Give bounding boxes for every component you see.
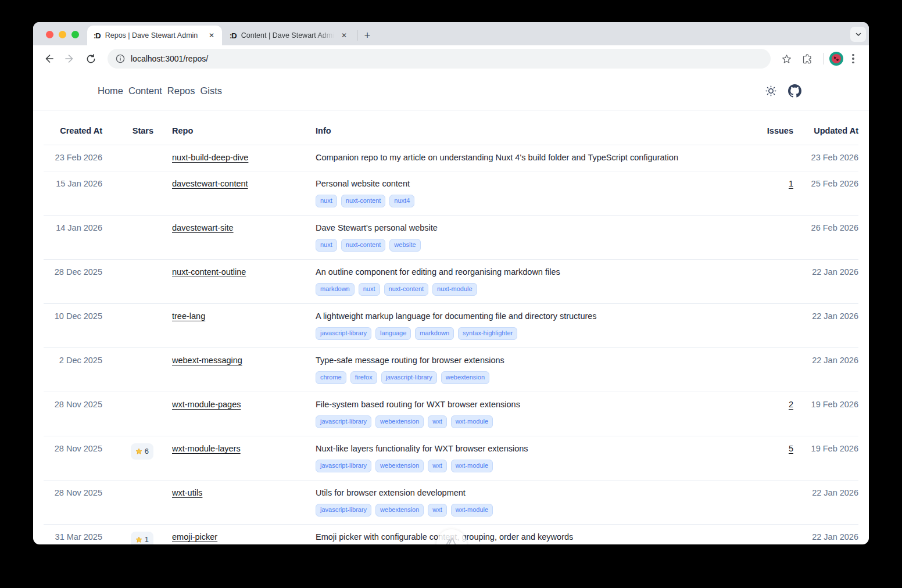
site-nav: Home Content Repos Gists [98,85,222,96]
tag-badge: javascript-library [316,504,371,517]
tab-content[interactable]: :D Content | Dave Stewart Admin ✕ [223,26,355,45]
repo-description: Personal website content [316,178,724,189]
tag-badge: wxt [428,415,447,428]
stars-cell [102,266,153,267]
nav-gists[interactable]: Gists [201,85,223,96]
tag-list: nuxtnuxt-contentnuxt4 [316,195,724,207]
tab-repos[interactable]: :D Repos | Dave Stewart Admin ✕ [87,26,222,45]
created-at-cell: 31 Mar 2025 [44,531,102,543]
stars-cell [102,487,153,487]
nav-home[interactable]: Home [98,85,123,96]
repo-link[interactable]: emoji-picker [172,532,217,542]
stars-badge: 6 [131,443,153,460]
updated-at-cell: 19 Feb 2026 [793,443,858,454]
table-row: 2 Dec 2025 webext-messaging Type-safe me… [44,348,858,392]
tag-list: javascript-librarywebextensionwxtwxt-mod… [316,504,724,517]
table-row: 28 Nov 2025 wxt-utils Utils for browser … [44,481,858,525]
repo-link[interactable]: nuxt-build-deep-dive [172,153,248,162]
nav-repos[interactable]: Repos [167,85,195,96]
table-row: 15 Jan 2026 davestewart-content Personal… [44,171,858,216]
bookmark-star-icon[interactable] [776,49,796,69]
zoom-window-button[interactable] [71,31,79,38]
site-header: Home Content Repos Gists [33,72,869,110]
table-row: 14 Jan 2026 davestewart-site Dave Stewar… [44,216,858,260]
minimize-window-button[interactable] [59,31,66,38]
stars-cell [102,399,153,399]
toolbar-divider [823,53,824,64]
stars-cell [102,222,153,223]
url-text[interactable]: localhost:3001/repos/ [131,54,208,63]
back-icon[interactable] [39,49,59,69]
tag-badge: nuxt [359,283,380,296]
reload-icon[interactable] [81,49,101,69]
updated-at-cell: 22 Jan 2026 [793,310,858,322]
issues-link[interactable]: 2 [789,400,793,409]
repo-description: Type-safe message routing for browser ex… [316,354,724,366]
tag-badge: javascript-library [316,415,371,428]
profile-avatar[interactable] [829,52,843,66]
issues-link[interactable]: 5 [789,444,793,453]
new-tab-button[interactable]: + [360,28,375,43]
updated-at-cell: 26 Feb 2026 [793,222,858,234]
tag-list: chromefirefoxjavascript-librarywebextens… [316,371,724,384]
created-at-cell: 10 Dec 2025 [44,310,102,322]
table-row: 28 Nov 2025 6 wxt-module-layers Nuxt-lik… [44,436,858,481]
tab-strip: :D Repos | Dave Stewart Admin ✕ :D Conte… [33,22,869,45]
updated-at-cell: 22 Jan 2026 [793,354,858,366]
tag-badge: wxt-module [451,504,493,517]
forward-icon[interactable] [60,49,80,69]
table-row: 28 Dec 2025 nuxt-content-outline An outl… [44,260,858,304]
stars-cell: 1 [102,531,153,544]
extensions-puzzle-icon[interactable] [797,49,817,69]
repo-link[interactable]: wxt-module-layers [172,444,241,453]
updated-at-cell: 22 Jan 2026 [793,487,858,499]
updated-at-cell: 25 Feb 2026 [793,178,858,189]
tag-badge: javascript-library [381,371,437,384]
repo-link[interactable]: tree-lang [172,311,205,321]
repo-link[interactable]: wxt-module-pages [172,400,241,409]
stars-cell [102,152,153,152]
traffic-lights [46,31,79,38]
created-at-cell: 28 Nov 2025 [44,487,102,499]
repo-description: An outline component for editing and reo… [316,266,724,278]
repo-link[interactable]: webext-messaging [172,356,242,365]
browser-toolbar: localhost:3001/repos/ [33,45,869,72]
close-window-button[interactable] [46,31,53,38]
issues-link[interactable]: 1 [789,179,793,188]
tab-search-chevron-icon[interactable] [850,27,866,42]
tag-list: javascript-librarywebextensionwxtwxt-mod… [316,415,724,428]
created-at-cell: 14 Jan 2026 [44,222,102,234]
tag-list: javascript-librarylanguagemarkdownsyntax… [316,327,724,340]
tag-badge: language [375,327,411,340]
tag-badge: webextension [441,371,489,384]
sun-icon[interactable] [765,85,777,97]
tag-badge: website [389,239,420,252]
site-info-icon[interactable] [116,54,125,63]
stars-cell [102,178,153,178]
repo-link[interactable]: davestewart-content [172,179,248,188]
tag-badge: syntax-highlighter [458,327,517,340]
repo-link[interactable]: nuxt-content-outline [172,267,246,277]
table-row: 10 Dec 2025 tree-lang A lightweight mark… [44,304,858,348]
tag-badge: nuxt [316,195,337,207]
repo-link[interactable]: wxt-utils [172,488,202,497]
stars-badge: 1 [131,532,153,544]
repo-description: Companion repo to my article on understa… [316,152,724,163]
close-tab-icon[interactable]: ✕ [206,30,217,41]
tag-badge: nuxt-module [432,283,477,296]
nav-content[interactable]: Content [128,85,162,96]
tag-badge: nuxt-content [384,283,429,296]
header-updated-at: Updated At [793,125,858,137]
repo-description: Emoji picker with configurable content, … [316,531,724,543]
repo-description: Dave Stewart's personal website [316,222,724,234]
repo-link[interactable]: davestewart-site [172,223,234,232]
browser-menu-icon[interactable] [844,54,862,64]
github-icon[interactable] [788,84,801,98]
tag-badge: nuxt4 [389,195,414,207]
url-bar[interactable]: localhost:3001/repos/ [108,49,771,69]
stars-cell: 6 [102,443,153,460]
tag-badge: wxt [428,460,447,472]
repo-description: A lightweight markup language for docume… [316,310,724,322]
close-tab-icon[interactable]: ✕ [339,30,349,41]
table-row: 28 Nov 2025 wxt-module-pages File-system… [44,392,858,436]
